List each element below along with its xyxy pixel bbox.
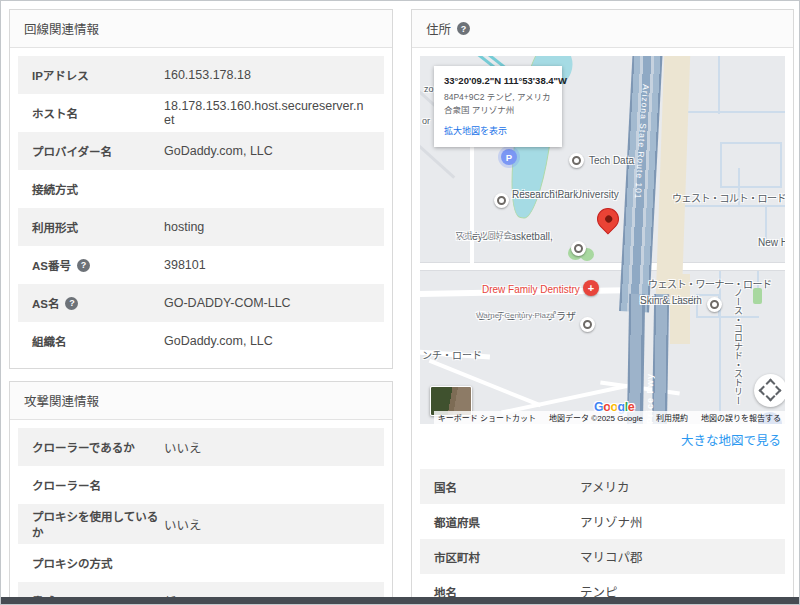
map-label-warner-road: ウェスト・ワーナー・ロード <box>648 276 772 291</box>
row-municipality-value: マリコパ郡 <box>580 547 643 566</box>
asu-poi-icon[interactable] <box>494 193 509 208</box>
row-hostname-label: ホスト名 <box>32 105 78 121</box>
row-ip-label: IPアドレス <box>32 67 89 83</box>
row-uses-proxy-label: プロキシを使用しているか <box>32 508 164 540</box>
line-info-rows: IPアドレス 160.153.178.18 ホスト名 18.178.153.16… <box>10 48 392 368</box>
parking-icon[interactable]: P <box>501 149 517 165</box>
pan-control[interactable] <box>754 374 785 407</box>
row-usage-label: 利用形式 <box>32 219 78 235</box>
report-error-link[interactable]: 地図の誤りを報告する <box>701 412 781 423</box>
map-label-fragment: zo <box>424 84 434 94</box>
map-label-colt-road: ウェスト・コルト・ロード <box>672 190 785 205</box>
volleyball-poi-icon[interactable] <box>571 241 586 256</box>
map-label-ranch-road: ンチ・ロード <box>422 347 482 362</box>
row-ip-value: 160.153.178.18 <box>164 68 251 82</box>
row-prefecture: 都道府県 アリゾナ州 <box>420 504 785 539</box>
row-org: 組織名 GoDaddy.com, LLC <box>18 322 384 360</box>
map-info-coords: 33°20'09.2"N 111°53'38.4"W <box>444 75 552 86</box>
row-prefecture-label: 都道府県 <box>434 514 480 530</box>
row-as-number: AS番号 ? 398101 <box>18 246 384 284</box>
row-proxy-type: プロキシの方式 <box>18 544 384 582</box>
map-pin-marker[interactable] <box>596 206 620 242</box>
map-data-text: 地図データ ©2025 Google <box>549 412 643 423</box>
keyboard-shortcuts-link[interactable]: キーボード ショートカット <box>438 412 536 423</box>
row-country: 国名 アメリカ <box>420 469 785 504</box>
row-as-name: AS名 ? GO-DADDY-COM-LLC <box>18 284 384 322</box>
map-attribution: キーボード ショートカット 地図データ ©2025 Google 利用規約 地図… <box>434 411 785 424</box>
address-title: 住所 ? <box>412 10 793 48</box>
map-label-coronado-street: ノース・コロナド・ストリー <box>732 288 745 424</box>
row-as-number-value: 398101 <box>164 258 206 272</box>
row-municipality-label: 市区町村 <box>434 549 480 565</box>
row-hostname-value: 18.178.153.160.host.secureserver.net <box>164 99 370 127</box>
google-map[interactable]: Arizona State Route 101 Price Fwy zo or … <box>420 56 785 424</box>
row-usage-value: hosting <box>164 220 204 234</box>
row-country-label: 国名 <box>434 479 457 495</box>
dentistry-icon[interactable]: + <box>583 280 599 296</box>
row-usage: 利用形式 hosting <box>18 208 384 246</box>
map-label-new-heights: New Heigh <box>758 237 785 248</box>
row-uses-proxy: プロキシを使用しているか いいえ <box>18 504 384 544</box>
row-connection: 接続方式 <box>18 170 384 208</box>
row-provider: プロバイダー名 GoDaddy.com, LLC <box>18 132 384 170</box>
address-rows: 国名 アメリカ 都道府県 アリゾナ州 市区町村 マリコパ郡 地名 テンピ <box>420 469 785 605</box>
bottom-edge <box>1 597 799 604</box>
row-connection-label: 接続方式 <box>32 181 78 197</box>
attack-info-card: 攻撃関連情報 クローラーであるか いいえ クローラー名 プロキシを使用しているか… <box>9 381 393 605</box>
row-is-crawler-label: クローラーであるか <box>32 439 135 455</box>
row-crawler-name-label: クローラー名 <box>32 477 101 493</box>
row-as-name-value: GO-DADDY-COM-LLC <box>164 296 291 310</box>
line-info-card: 回線関連情報 IPアドレス 160.153.178.18 ホスト名 18.178… <box>9 9 393 369</box>
map-road <box>718 56 720 114</box>
terms-link[interactable]: 利用規約 <box>656 412 688 423</box>
map-road <box>470 144 474 264</box>
row-org-value: GoDaddy.com, LLC <box>164 334 273 348</box>
row-crawler-name: クローラー名 <box>18 466 384 504</box>
row-ip: IPアドレス 160.153.178.18 <box>18 56 384 94</box>
row-uses-proxy-value: いいえ <box>164 515 202 534</box>
attack-info-title: 攻撃関連情報 <box>10 382 392 420</box>
address-body: Arizona State Route 101 Price Fwy zo or … <box>412 48 793 605</box>
row-is-crawler: クローラーであるか いいえ <box>18 428 384 466</box>
view-larger-map-row: 大きな地図で見る <box>420 424 785 459</box>
row-prefecture-value: アリゾナ州 <box>580 512 643 531</box>
map-road <box>720 142 782 188</box>
attack-info-rows: クローラーであるか いいえ クローラー名 プロキシを使用しているか いいえ プロ… <box>10 420 392 605</box>
warner-plaza-poi-icon[interactable] <box>580 317 595 332</box>
address-card: 住所 ? <box>411 9 794 605</box>
map-info-address: 84P4+9C2 テンピ, アメリカ合衆国 アリゾナ州 <box>444 91 552 117</box>
map-label-dentistry[interactable]: Drew Family Dentistry <box>482 284 580 295</box>
tech-data-poi-icon[interactable] <box>569 153 584 168</box>
row-as-name-label: AS名 <box>32 295 59 311</box>
derma-poi-icon[interactable] <box>707 297 722 312</box>
page: 回線関連情報 IPアドレス 160.153.178.18 ホスト名 18.178… <box>0 0 800 605</box>
row-is-crawler-value: いいえ <box>164 438 202 457</box>
row-provider-value: GoDaddy.com, LLC <box>164 144 273 158</box>
map-info-enlarge-link[interactable]: 拡大地図を表示 <box>444 124 507 137</box>
line-info-title: 回線関連情報 <box>10 10 392 48</box>
view-larger-map-link[interactable]: 大きな地図で見る <box>681 434 781 448</box>
help-icon[interactable]: ? <box>77 259 90 272</box>
row-as-number-label: AS番号 <box>32 257 71 273</box>
map-label-tech-data[interactable]: Tech Data <box>589 155 634 166</box>
row-provider-label: プロバイダー名 <box>32 143 112 159</box>
address-title-text: 住所 <box>426 19 451 38</box>
row-org-label: 組織名 <box>32 333 67 349</box>
help-icon[interactable]: ? <box>457 22 470 35</box>
map-label-fragment: or <box>422 116 430 126</box>
row-municipality: 市区町村 マリコパ郡 <box>420 539 785 574</box>
left-column: 回線関連情報 IPアドレス 160.153.178.18 ホスト名 18.178… <box>9 9 393 605</box>
map-road <box>676 111 785 113</box>
row-hostname: ホスト名 18.178.153.160.host.secureserver.ne… <box>18 94 384 132</box>
row-country-value: アメリカ <box>580 477 629 496</box>
map-info-card: 33°20'09.2"N 111°53'38.4"W 84P4+9C2 テンピ,… <box>434 66 562 147</box>
help-icon[interactable]: ? <box>65 297 78 310</box>
row-proxy-type-label: プロキシの方式 <box>32 555 113 571</box>
map-road-warner <box>420 262 785 271</box>
right-column: 住所 ? <box>411 9 794 605</box>
